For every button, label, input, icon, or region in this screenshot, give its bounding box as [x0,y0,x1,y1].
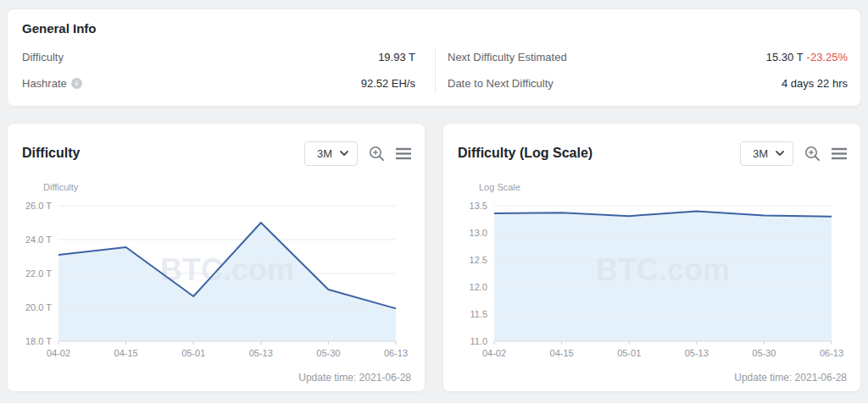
info-icon[interactable]: i [71,78,82,89]
difficulty-row: Difficulty 19.93 T [22,47,415,68]
update-time: Update time: 2021-06-28 [298,372,411,384]
difficulty-log-chart-title: Difficulty (Log Scale) [458,146,593,161]
x-tick-label: 05-30 [316,348,340,358]
range-select[interactable]: 3M [304,141,358,166]
next-difficulty-value: 15.30 T-23.25% [766,51,848,63]
zoom-in-icon[interactable] [369,146,385,162]
update-time: Update time: 2021-06-28 [734,372,847,384]
y-tick-label: 24.0 T [25,235,52,245]
y-tick-label: 18.0 T [25,336,52,346]
general-info-card: General Info Difficulty 19.93 T Hashrate… [7,8,861,107]
y-tick-label: 13.5 [470,201,487,211]
difficulty-log-chart-controls: 3M [740,141,847,166]
y-tick-label: 26.0 T [25,201,52,211]
difficulty-log-chart-card: Difficulty (Log Scale) 3M [442,123,861,392]
difficulty-value: 19.93 T [378,51,415,63]
axis-title: Log Scale [479,182,520,192]
y-tick-label: 11.5 [470,309,487,319]
hashrate-label-text: Hashrate [22,77,67,90]
range-select-value: 3M [753,147,768,160]
x-tick-label: 06-13 [384,348,408,358]
y-tick-label: 22.0 T [25,268,52,279]
hashrate-label: Hashrate i [22,77,82,90]
x-tick-label: 04-02 [47,348,70,358]
watermark: BTC.com [160,252,294,287]
range-select-value: 3M [317,147,332,160]
range-select[interactable]: 3M [740,141,793,166]
difficulty-label: Difficulty [22,51,64,63]
general-info-grid: Difficulty 19.93 T Hashrate i 92.52 EH/s… [22,47,848,94]
x-tick-label: 06-13 [820,348,843,358]
next-difficulty-label: Next Difficulty Estimated [448,51,567,63]
y-tick-label: 20.0 T [25,302,52,312]
next-difficulty-amount: 15.30 T [766,51,804,63]
btc-stats-page: General Info Difficulty 19.93 T Hashrate… [0,0,868,392]
menu-icon[interactable] [832,147,847,160]
date-next-difficulty-value: 4 days 22 hrs [782,77,848,90]
difficulty-chart-controls: 3M [304,141,411,166]
y-tick-label: 12.5 [470,255,487,265]
general-info-title: General Info [22,21,848,36]
x-tick-label: 04-15 [550,348,574,358]
charts-row: Difficulty 3M [7,123,861,392]
difficulty-log-chart-header: Difficulty (Log Scale) 3M [443,124,860,166]
difficulty-chart-header: Difficulty 3M [8,124,425,166]
y-tick-label: 11.0 [470,336,487,346]
date-next-difficulty-row: Date to Next Difficulty 4 days 22 hrs [448,73,848,94]
chevron-down-icon [776,151,784,156]
date-next-difficulty-label: Date to Next Difficulty [448,77,554,90]
x-tick-label: 05-13 [249,348,273,358]
chart-svg: BTC.com18.0 T20.0 T22.0 T24.0 T26.0 T04-… [8,179,425,361]
general-info-right-column: Next Difficulty Estimated 15.30 T-23.25%… [435,47,848,94]
chevron-down-icon [340,151,348,156]
x-tick-label: 05-13 [685,348,709,358]
x-tick-label: 04-02 [482,348,506,358]
x-tick-label: 05-30 [752,348,776,358]
hashrate-value: 92.52 EH/s [361,77,415,90]
y-tick-label: 13.0 [470,228,487,238]
difficulty-log-chart: BTC.com11.011.512.012.513.013.504-0204-1… [443,179,860,364]
y-tick-label: 12.0 [470,282,487,292]
x-tick-label: 04-15 [114,348,138,358]
hashrate-row: Hashrate i 92.52 EH/s [22,73,415,94]
axis-title: Difficulty [43,182,79,192]
chart-svg: BTC.com11.011.512.012.513.013.504-0204-1… [443,179,860,361]
general-info-left-column: Difficulty 19.93 T Hashrate i 92.52 EH/s [22,47,435,94]
x-tick-label: 05-01 [181,348,205,358]
zoom-in-icon[interactable] [804,146,821,162]
difficulty-chart-card: Difficulty 3M [7,123,426,392]
x-tick-label: 05-01 [617,348,641,358]
difficulty-chart-title: Difficulty [22,146,80,161]
menu-icon[interactable] [396,147,411,160]
difficulty-chart: BTC.com18.0 T20.0 T22.0 T24.0 T26.0 T04-… [8,179,425,364]
next-difficulty-row: Next Difficulty Estimated 15.30 T-23.25% [448,47,848,68]
next-difficulty-change: -23.25% [807,51,848,63]
watermark: BTC.com [596,252,730,287]
